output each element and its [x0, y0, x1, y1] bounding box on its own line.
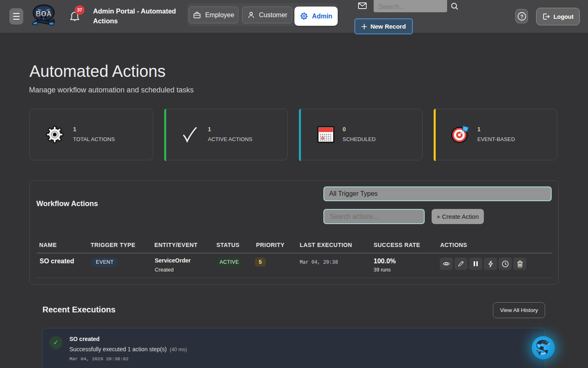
svg-text:BOA: BOA [36, 10, 52, 18]
svg-text:?: ? [520, 13, 523, 19]
